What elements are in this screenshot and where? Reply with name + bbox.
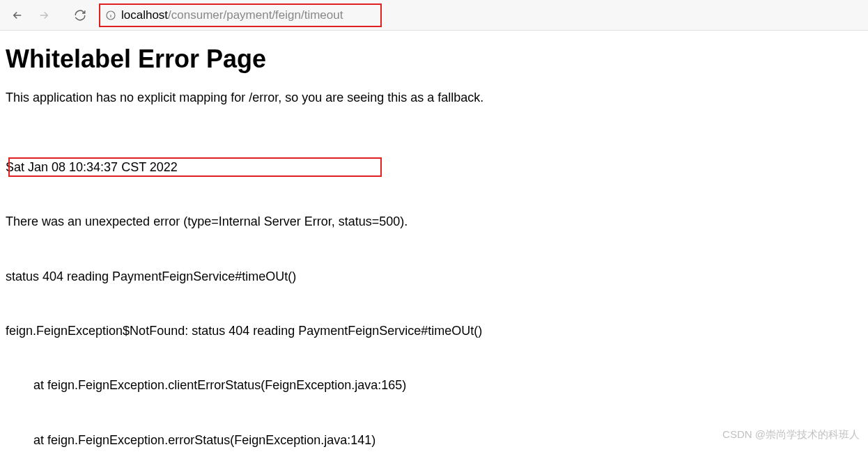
error-message: status 404 reading PaymentFeignService#t… bbox=[6, 267, 862, 285]
fallback-message: This application has no explicit mapping… bbox=[6, 91, 862, 105]
page-title: Whitelabel Error Page bbox=[6, 45, 862, 74]
stack-line: at feign.FeignException.clientErrorStatu… bbox=[6, 376, 862, 394]
browser-toolbar: localhost/consumer/payment/feign/timeout bbox=[0, 0, 868, 31]
error-timestamp: Sat Jan 08 10:34:37 CST 2022 bbox=[6, 158, 862, 176]
page-content: Whitelabel Error Page This application h… bbox=[0, 31, 868, 454]
address-bar[interactable]: localhost/consumer/payment/feign/timeout bbox=[100, 6, 348, 25]
url-path: /consumer/payment/feign/timeout bbox=[168, 8, 343, 22]
refresh-button[interactable] bbox=[68, 4, 92, 26]
site-info-icon[interactable] bbox=[100, 6, 121, 25]
stack-line: at feign.FeignException.errorStatus(Feig… bbox=[6, 431, 862, 449]
back-button[interactable] bbox=[6, 4, 29, 26]
forward-button[interactable] bbox=[32, 4, 56, 26]
url-host: localhost bbox=[121, 8, 168, 22]
exception-line: feign.FeignException$NotFound: status 40… bbox=[6, 322, 862, 340]
error-summary: There was an unexpected error (type=Inte… bbox=[6, 212, 862, 230]
error-block: Sat Jan 08 10:34:37 CST 2022 There was a… bbox=[6, 122, 862, 454]
